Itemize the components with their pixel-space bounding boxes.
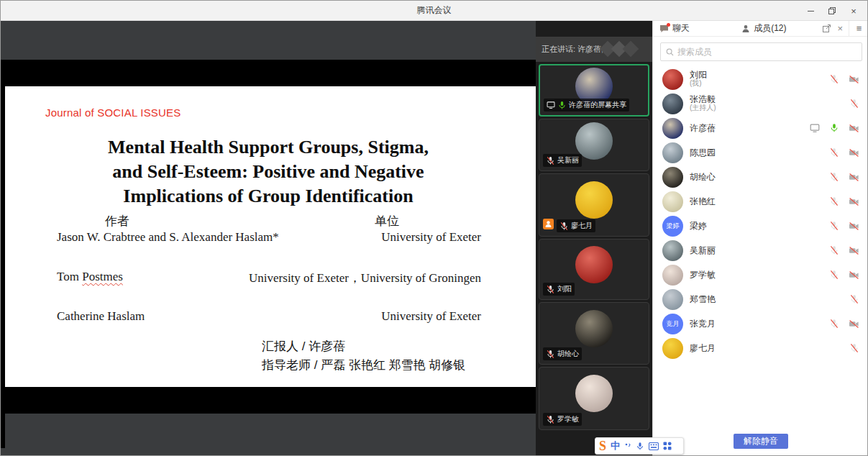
avatar: 梁婷 [662,216,683,237]
panel-menu-button[interactable]: ≡ [849,21,868,36]
keyboard-icon[interactable] [649,442,659,450]
avatar [662,265,683,286]
camera-muted-icon[interactable] [849,124,859,133]
author-name-part: Tom [57,270,82,283]
avatar [575,375,613,412]
slide-title-line-1: Mental Health Support Groups, Stigma, [1,135,536,160]
affiliation-column-label: 单位 [375,213,399,229]
member-name-block: 张浩毅 (主持人) [690,95,843,112]
video-tile[interactable]: 胡绘心 [539,302,649,365]
mic-muted-icon[interactable] [829,196,839,206]
member-name-block: 廖七月 [690,344,843,352]
member-row[interactable]: 竞月 张竞月 [653,311,868,336]
panel-close-icon[interactable]: × [837,23,843,34]
tencent-meeting-window: 腾讯会议 × Journal of SOCIAL ISSUES Mental H… [0,0,868,456]
author-row: Tom PostmesUniversity of Exeter，Universi… [57,270,481,286]
mic-muted-icon [546,285,555,294]
author-affiliation: University of Exeter [381,230,481,245]
mic-muted-icon[interactable] [849,99,859,109]
mic-muted-icon[interactable] [829,270,839,280]
member-status-icons [829,319,859,329]
tile-participant-name: 刘阳 [557,284,572,294]
member-name: 郑雪艳 [690,295,843,304]
toolbox-icon[interactable] [663,442,672,450]
member-status-icons [829,172,859,182]
popout-icon[interactable] [823,24,831,32]
avatar [662,289,683,310]
camera-muted-icon[interactable] [849,197,859,206]
tile-name-label: 吴新丽 [543,154,582,167]
member-row[interactable]: 张艳红 [653,189,868,214]
tile-name-label: 许彦蓓的屏幕共享 [544,99,629,111]
mic-icon [557,101,567,110]
tile-name-label: 刘阳 [543,283,575,296]
mic-muted-icon[interactable] [829,172,839,182]
restore-button[interactable] [823,3,841,19]
sogou-logo-icon[interactable]: S [599,439,606,453]
member-name: 陈思园 [690,148,823,157]
author-row: Jason W. Crabtree and S. Alexander Hasla… [57,230,481,245]
mic-muted-icon[interactable] [849,294,859,304]
panel-header: 聊天 成员(12) × ≡ [653,21,868,37]
mic-muted-icon[interactable] [829,245,839,255]
member-name: 许彦蓓 [690,124,803,132]
video-tile[interactable]: 廖七月 [539,173,649,237]
video-tile[interactable]: 吴新丽 [539,119,649,171]
avatar [662,191,683,212]
member-status-icons [829,221,859,231]
member-row[interactable]: 罗学敏 [653,263,868,287]
avatar [662,142,683,163]
camera-muted-icon[interactable] [849,270,859,280]
mic-icon[interactable] [829,123,839,133]
member-row[interactable]: 刘阳 (我) [653,67,868,91]
avatar [662,338,683,359]
camera-muted-icon[interactable] [849,75,859,84]
member-row[interactable]: 许彦蓓 [653,116,868,140]
minimize-button[interactable] [801,3,820,19]
member-name-block: 吴新丽 [690,246,823,255]
member-name-block: 许彦蓓 [690,124,803,132]
mic-muted-icon[interactable] [829,319,839,329]
avatar [575,310,613,347]
camera-muted-icon[interactable] [849,173,859,182]
member-row[interactable]: 陈思园 [653,140,868,165]
avatar: 竞月 [662,314,683,334]
voice-input-icon[interactable] [636,442,644,451]
punctuation-icon[interactable] [624,442,631,450]
member-row[interactable]: 张浩毅 (主持人) [653,91,868,116]
member-status-icons [810,123,859,133]
slide-title-line-2: and Self-Esteem: Positive and Negative [1,160,536,184]
camera-muted-icon[interactable] [849,246,859,255]
ime-language-toggle[interactable]: 中 [611,439,620,452]
member-status-icons [849,294,859,304]
mic-muted-icon[interactable] [829,221,839,231]
camera-muted-icon[interactable] [849,148,859,158]
close-button[interactable]: × [844,3,863,19]
member-row[interactable]: 廖七月 [653,336,868,360]
search-input[interactable] [677,47,856,57]
author-column-label: 作者 [105,213,129,229]
member-row[interactable]: 郑雪艳 [653,287,868,311]
member-row[interactable]: 梁婷 梁婷 [653,214,868,238]
camera-muted-icon[interactable] [849,222,859,231]
member-icon [741,24,750,33]
camera-muted-icon[interactable] [849,319,859,329]
member-role-label: (主持人) [690,104,843,112]
video-tile[interactable]: 罗学敏 [539,367,649,430]
unmute-button[interactable]: 解除静音 [734,434,788,449]
tab-members[interactable]: 成员(12) [735,21,817,36]
mic-muted-icon[interactable] [829,147,839,158]
member-row[interactable]: 胡绘心 [653,165,868,189]
member-row[interactable]: 吴新丽 [653,238,868,263]
speaking-indicator-bar: 正在讲话: 许彦蓓; [536,37,652,62]
mic-muted-icon[interactable] [849,343,859,353]
video-strip: 正在讲话: 许彦蓓; 许彦蓓的屏幕共享 吴新丽 廖七月 刘阳 胡绘心 [536,21,652,456]
tab-chat[interactable]: 聊天 [653,21,735,36]
slide-title-line-3: Implications of Group Identification [1,184,536,209]
video-tile[interactable]: 许彦蓓的屏幕共享 [539,64,649,117]
member-list: 刘阳 (我) 张浩毅 (主持人) 许彦蓓 [653,67,868,360]
member-role-label: (我) [690,79,823,88]
panel-header-icons: × [817,21,849,36]
mic-muted-icon[interactable] [829,74,839,84]
video-tile[interactable]: 刘阳 [539,239,649,300]
